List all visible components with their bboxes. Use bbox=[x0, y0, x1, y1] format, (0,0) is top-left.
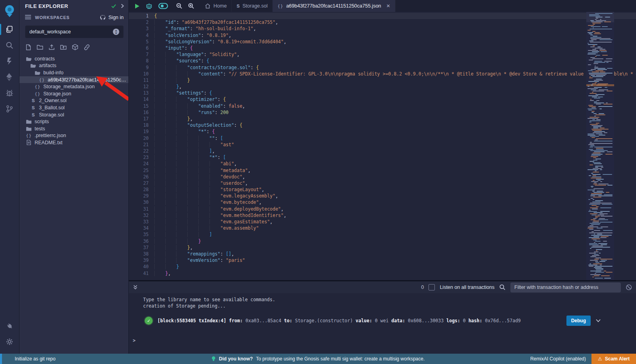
code-line-24[interactable]: 24 "abi", bbox=[129, 161, 636, 167]
code-line-39[interactable]: 39 "evmVersion": "paris" bbox=[129, 257, 636, 263]
code-line-5[interactable]: 5 "solcLongVersion": "0.8.19+commit.7dd6… bbox=[129, 39, 636, 45]
code-line-6[interactable]: 6 "input": { bbox=[129, 45, 636, 51]
code-line-35[interactable]: 35 ] bbox=[129, 231, 636, 238]
tree-item-contracts[interactable]: contracts bbox=[19, 55, 128, 62]
zoom-out-icon[interactable] bbox=[176, 3, 182, 9]
link-icon[interactable] bbox=[83, 44, 90, 50]
tree-item-build-info[interactable]: build-info bbox=[19, 69, 128, 76]
tree-item-3-ballot-sol[interactable]: S3_Ballot.sol bbox=[19, 104, 128, 111]
terminal-prompt[interactable]: > bbox=[133, 338, 136, 343]
code-line-16[interactable]: 16 "runs": 200 bbox=[129, 109, 636, 116]
workspaces-menu-icon[interactable] bbox=[25, 15, 31, 21]
code-line-10[interactable]: 10 "content": "// SPDX-License-Identifie… bbox=[129, 71, 636, 77]
code-line-37[interactable]: 37 }, bbox=[129, 244, 636, 251]
tree-item-2-owner-sol[interactable]: S2_Owner.sol bbox=[19, 97, 128, 105]
minimap[interactable] bbox=[586, 12, 614, 280]
cube-icon[interactable] bbox=[72, 44, 78, 50]
tree-item-artifacts[interactable]: artifacts bbox=[19, 62, 128, 70]
solidity-compiler-button[interactable] bbox=[0, 53, 19, 69]
settings-button[interactable] bbox=[0, 334, 19, 350]
code-line-32[interactable]: 32 "evm.methodIdentifiers", bbox=[129, 212, 636, 219]
terminal-output[interactable]: Type the library name to see available c… bbox=[129, 293, 636, 354]
debugger-button[interactable] bbox=[0, 85, 19, 101]
workspace-ok-icon[interactable] bbox=[111, 3, 116, 9]
copilot-toggle-icon[interactable] bbox=[158, 3, 168, 9]
code-line-20[interactable]: 20 "": [ bbox=[129, 135, 636, 141]
listen-checkbox[interactable] bbox=[429, 284, 435, 290]
scam-alert-badge[interactable]: ⚠ Scam Alert bbox=[591, 354, 636, 364]
tree-item--prettierrc-json[interactable]: {}.prettierrc.json bbox=[19, 132, 128, 139]
terminal-collapse-icon[interactable] bbox=[133, 285, 138, 290]
remix-logo[interactable] bbox=[0, 1, 19, 21]
copilot-status[interactable]: RemixAI Copilot (enabled) bbox=[530, 356, 586, 362]
panel-expand-icon[interactable] bbox=[120, 4, 124, 8]
code-line-19[interactable]: 19 "*": { bbox=[129, 128, 636, 135]
code-line-31[interactable]: 31 "evm.deployedBytecode", bbox=[129, 206, 636, 212]
code-line-25[interactable]: 25 "metadata", bbox=[129, 167, 636, 174]
code-line-29[interactable]: 29 "evm.legacyAssembly", bbox=[129, 193, 636, 199]
clear-console-icon[interactable] bbox=[626, 284, 632, 290]
search-button[interactable] bbox=[0, 37, 19, 53]
tab-home[interactable]: Home bbox=[200, 0, 232, 12]
sign-in-button[interactable]: Sign in bbox=[99, 15, 124, 21]
code-line-17[interactable]: 17 }, bbox=[129, 116, 636, 122]
transaction-log-row[interactable]: ✓ [block:5583405 txIndex:4] from: 0xa03.… bbox=[145, 316, 601, 326]
debug-button[interactable]: Debug bbox=[566, 316, 591, 326]
code-line-36[interactable]: 36 } bbox=[129, 238, 636, 244]
workspace-select[interactable]: default_workspace ▲▼ bbox=[25, 25, 124, 38]
tree-item-storage-sol[interactable]: SStorage.sol bbox=[19, 111, 128, 118]
code-line-3[interactable]: 3 "_format": "hh-sol-build-info-1", bbox=[129, 25, 636, 32]
tx-expand-icon[interactable] bbox=[595, 319, 601, 323]
code-line-9[interactable]: 9 "contracts/Storage.sol": { bbox=[129, 64, 636, 71]
code-line-15[interactable]: 15 "enabled": false, bbox=[129, 103, 636, 109]
run-script-button[interactable] bbox=[134, 3, 140, 9]
tab-storage-sol[interactable]: SStorage.sol bbox=[232, 0, 273, 12]
code-line-22[interactable]: 22 ], bbox=[129, 148, 636, 154]
tab-close-icon[interactable]: ✕ bbox=[386, 3, 390, 9]
code-line-4[interactable]: 4 "solcVersion": "0.8.19", bbox=[129, 32, 636, 39]
code-line-41[interactable]: 41 }, bbox=[129, 270, 636, 277]
tree-item-readme-txt[interactable]: README.txt bbox=[19, 139, 128, 146]
code-line-8[interactable]: 8 "sources": { bbox=[129, 58, 636, 64]
zoom-in-icon[interactable] bbox=[188, 3, 194, 9]
code-line-30[interactable]: 30 "evm.bytecode", bbox=[129, 199, 636, 205]
code-line-27[interactable]: 27 "userdoc", bbox=[129, 180, 636, 186]
code-line-14[interactable]: 14 "optimizer": { bbox=[129, 96, 636, 103]
git-button[interactable] bbox=[0, 101, 19, 117]
upload-file-icon[interactable] bbox=[48, 44, 55, 50]
plugin-manager-button[interactable] bbox=[0, 318, 19, 334]
code-line-23[interactable]: 23 "*": [ bbox=[129, 154, 636, 161]
code-line-11[interactable]: 11 } bbox=[129, 77, 636, 83]
tree-item-label: a69b43f277ba20fcac141151250ca7... bbox=[48, 77, 128, 83]
code-line-40[interactable]: 40 } bbox=[129, 263, 636, 270]
deploy-run-button[interactable] bbox=[0, 69, 19, 85]
new-file-icon[interactable] bbox=[25, 44, 31, 50]
code-line-33[interactable]: 33 "evm.gasEstimates", bbox=[129, 219, 636, 225]
code-line-13[interactable]: 13 "settings": { bbox=[129, 90, 636, 96]
tab-a69b43f277ba20fcac141151250ca755-json[interactable]: {}a69b43f277ba20fcac141151250ca755.json✕ bbox=[273, 0, 396, 12]
upload-folder-icon[interactable] bbox=[60, 44, 67, 50]
tree-item-scripts[interactable]: scripts bbox=[19, 118, 128, 125]
tree-item-tests[interactable]: tests bbox=[19, 125, 128, 132]
new-folder-icon[interactable] bbox=[37, 44, 43, 50]
code-line-18[interactable]: 18 "outputSelection": { bbox=[129, 122, 636, 128]
code-line-2[interactable]: 2 "id": "a69b43f277ba20fcac141151250ca75… bbox=[129, 19, 636, 25]
git-init-button[interactable]: Initialize as git repo bbox=[15, 356, 56, 362]
code-editor[interactable]: 1{2 "id": "a69b43f277ba20fcac141151250ca… bbox=[129, 12, 636, 280]
code-line-1[interactable]: 1{ bbox=[129, 13, 636, 19]
tree-item-storage-json[interactable]: {}Storage.json bbox=[19, 90, 128, 97]
ai-copilot-robot-icon[interactable] bbox=[145, 3, 153, 10]
line-number: 20 bbox=[129, 135, 154, 141]
file-explorer-button[interactable] bbox=[0, 21, 19, 37]
transaction-filter-input[interactable] bbox=[510, 283, 621, 292]
code-line-38[interactable]: 38 "remappings": [], bbox=[129, 251, 636, 257]
terminal-search-icon[interactable] bbox=[499, 284, 506, 290]
code-line-21[interactable]: 21 "ast" bbox=[129, 141, 636, 148]
tree-item-a69b43f277ba20fcac141151250ca7-[interactable]: {}a69b43f277ba20fcac141151250ca7... bbox=[19, 76, 128, 83]
code-line-12[interactable]: 12 }, bbox=[129, 83, 636, 90]
code-line-7[interactable]: 7 "language": "Solidity", bbox=[129, 51, 636, 58]
code-line-34[interactable]: 34 "evm.assembly" bbox=[129, 225, 636, 231]
code-line-26[interactable]: 26 "devdoc", bbox=[129, 174, 636, 180]
tree-item-storage-metadata-json[interactable]: {}Storage_metadata.json bbox=[19, 83, 128, 90]
code-line-28[interactable]: 28 "storageLayout", bbox=[129, 186, 636, 193]
